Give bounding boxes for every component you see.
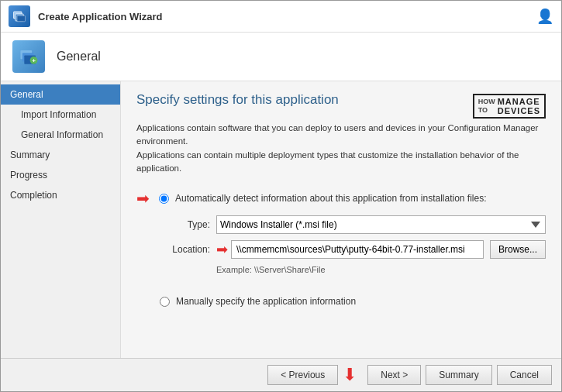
wizard-window: Create Application Wizard 👤 + General Ge… <box>0 0 562 392</box>
arrow-down-indicator: ⬇ <box>343 365 357 385</box>
sidebar-item-general[interactable]: General <box>1 84 120 105</box>
radio-manual[interactable] <box>160 297 170 307</box>
wizard-header-title: General <box>57 50 101 64</box>
type-label: Type: <box>160 219 210 230</box>
svg-text:+: + <box>32 57 36 64</box>
field-row-type: Type: Windows Installer (*.msi file)Scri… <box>160 215 546 234</box>
wizard-header: + General <box>1 33 561 81</box>
location-input[interactable] <box>231 240 484 259</box>
sidebar-item-progress[interactable]: Progress <box>1 165 120 185</box>
badge-text: MANAGE DEVICES <box>498 97 540 115</box>
arrow-indicator-location: ➡ <box>216 241 228 258</box>
svg-rect-2 <box>17 15 26 22</box>
user-icon: 👤 <box>536 8 553 25</box>
summary-button[interactable]: Summary <box>426 365 491 385</box>
radio-auto-detect[interactable] <box>159 194 169 204</box>
arrow-indicator-auto: ➡ <box>136 189 150 208</box>
main-content: General Import Information General Infor… <box>1 81 561 358</box>
badge-howto: HOWTO <box>478 98 495 115</box>
content-area: Specify settings for this application HO… <box>121 81 561 358</box>
header-icon: + <box>12 40 45 73</box>
top-row: Specify settings for this application HO… <box>136 92 546 119</box>
radio-section-auto: ➡ Automatically detect information about… <box>136 189 546 285</box>
description-text: Applications contain software that you c… <box>136 122 546 175</box>
title-bar: Create Application Wizard 👤 <box>1 1 561 33</box>
footer-bar: < Previous ⬇ Next > Summary Cancel <box>1 358 561 391</box>
previous-button[interactable]: < Previous <box>267 365 338 385</box>
sidebar: General Import Information General Infor… <box>1 81 121 358</box>
location-label: Location: <box>160 244 210 255</box>
how-to-badge: HOWTO MANAGE DEVICES <box>473 94 546 119</box>
sidebar-item-general-information[interactable]: General Information <box>1 125 120 145</box>
type-select[interactable]: Windows Installer (*.msi file)Script Ins… <box>216 215 546 234</box>
content-title: Specify settings for this application <box>136 92 339 108</box>
radio-row-manual: Manually specify the application informa… <box>160 296 546 307</box>
wizard-icon <box>9 5 30 27</box>
sidebar-item-summary[interactable]: Summary <box>1 145 120 165</box>
sidebar-item-completion[interactable]: Completion <box>1 185 120 205</box>
location-input-wrap: ➡ <box>216 240 484 259</box>
field-row-location: Location: ➡ Browse... <box>160 240 546 259</box>
next-button[interactable]: Next > <box>367 365 421 385</box>
example-text: Example: \\Server\Share\File <box>160 265 546 274</box>
sidebar-item-import-information[interactable]: Import Information <box>1 105 120 125</box>
radio-row-auto: ➡ Automatically detect information about… <box>136 189 546 208</box>
browse-button[interactable]: Browse... <box>490 240 546 259</box>
radio-manual-label[interactable]: Manually specify the application informa… <box>176 296 356 307</box>
title-bar-text: Create Application Wizard <box>38 11 529 22</box>
radio-auto-label[interactable]: Automatically detect information about t… <box>175 193 487 204</box>
cancel-button[interactable]: Cancel <box>497 365 552 385</box>
